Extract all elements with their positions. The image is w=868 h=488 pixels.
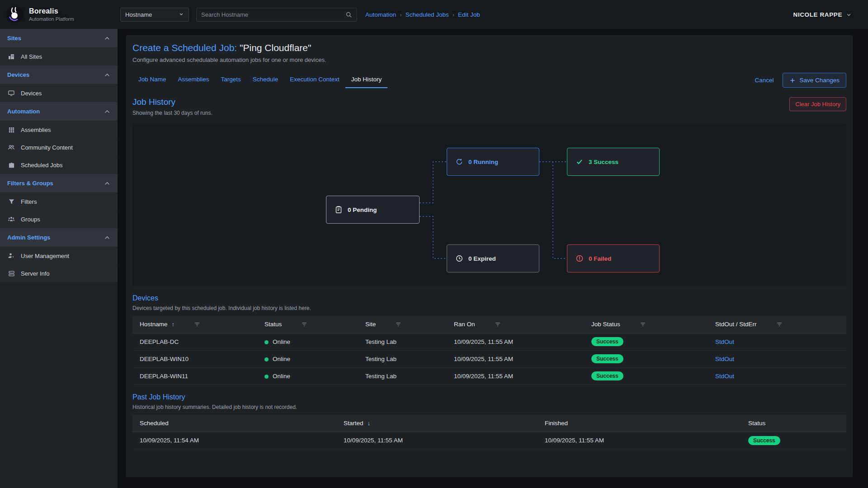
sidebar-item-filters[interactable]: Filters [0,193,118,211]
devices-table-header-row: Hostname ↑ Status Site [132,316,846,333]
chevron-up-icon [104,235,110,241]
column-header-job-status[interactable]: Job Status [584,316,708,333]
page-title-job-name: "Ping Cloudflare" [240,42,311,53]
column-header-ran-on[interactable]: Ran On [447,316,584,333]
monitor-icon [7,89,15,97]
sidebar-item-all-sites[interactable]: All Sites [0,48,118,66]
flow-node-pending[interactable]: 0 Pending [326,196,420,224]
sidebar-item-user-management[interactable]: User Management [0,247,118,265]
sidebar-section-admin-settings[interactable]: Admin Settings [0,228,118,247]
job-history-header: Job History Showing the last 30 days of … [132,97,846,116]
nav-item-label: Server Info [21,270,50,277]
section-label: Devices [7,71,29,78]
sort-asc-icon: ↑ [172,321,175,328]
search-input[interactable] [201,11,345,18]
caret-down-icon [179,11,184,18]
sidebar-section-filters-groups[interactable]: Filters & Groups [0,174,118,193]
column-header-finished[interactable]: Finished [538,415,741,432]
breadcrumb-automation[interactable]: Automation [365,11,396,18]
breadcrumb: Automation › Scheduled Jobs › Edit Job [365,11,480,18]
sidebar-section-automation[interactable]: Automation [0,102,118,121]
cell-status: Online [257,333,358,350]
breadcrumb-scheduled-jobs[interactable]: Scheduled Jobs [406,11,449,18]
column-header-hostname[interactable]: Hostname ↑ [132,316,257,333]
sidebar-item-devices[interactable]: Devices [0,84,118,102]
chevron-up-icon [104,35,110,42]
section-label: Automation [7,108,40,115]
column-header-status[interactable]: Status [257,316,358,333]
device-row: DEEPLAB-WIN10 Online Testing Lab 10/09/2… [132,350,846,367]
filter-icon[interactable] [194,321,200,328]
cell-hostname: DEEPLAB-WIN11 [132,367,257,385]
plus-icon [789,77,796,84]
brand: Borealis Automation Platform [0,5,118,24]
stdout-link[interactable]: StdOut [715,338,734,345]
sidebar-item-scheduled-jobs[interactable]: Scheduled Jobs [0,156,118,174]
cell-site: Testing Lab [358,367,447,385]
tab-bar: Job Name Assemblies Targets Schedule Exe… [132,72,846,88]
stdout-link[interactable]: StdOut [715,356,734,362]
filter-icon[interactable] [301,321,307,328]
cell-scheduled: 10/09/2025, 11:54 AM [132,432,336,449]
cell-status: Online [257,367,358,385]
column-header-stdout-stderr[interactable]: StdOut / StdErr [708,316,846,333]
sidebar-item-server-info[interactable]: Server Info [0,265,118,282]
column-header-started[interactable]: Started ↓ [336,415,538,432]
cell-started: 10/09/2025, 11:55 AM [336,432,538,449]
tab-schedule[interactable]: Schedule [247,72,284,88]
tab-actions: Cancel Save Changes [755,73,846,88]
chevron-up-icon [104,108,110,115]
online-dot [264,375,269,379]
column-header-scheduled[interactable]: Scheduled [132,415,336,432]
flow-node-success[interactable]: 3 Success [567,148,660,176]
tab-targets[interactable]: Targets [215,72,247,88]
search-box [196,8,357,22]
filter-icon[interactable] [495,321,501,328]
filter-icon[interactable] [395,321,401,328]
tab-assemblies[interactable]: Assemblies [172,72,215,88]
past-history-header-row: Scheduled Started ↓ Finished Status [132,415,846,432]
cancel-button[interactable]: Cancel [755,77,774,84]
nav-item-label: Community Content [21,144,73,151]
sidebar-item-groups[interactable]: Groups [0,211,118,228]
page-title-prefix: Create a Scheduled Job: [132,42,237,53]
devices-heading: Devices [132,294,846,302]
column-label: Started [344,420,363,427]
cell-stdout: StdOut [708,333,846,350]
cell-hostname: DEEPLAB-WIN10 [132,350,257,367]
tab-job-name[interactable]: Job Name [132,72,172,88]
chevron-up-icon [104,180,110,187]
column-header-site[interactable]: Site [358,316,447,333]
column-label: Ran On [454,321,475,328]
search-icon [345,11,352,18]
stdout-link[interactable]: StdOut [715,373,734,380]
funnel-icon [7,198,15,205]
sidebar-item-community-content[interactable]: Community Content [0,139,118,156]
column-header-status[interactable]: Status [741,415,846,432]
cell-site: Testing Lab [358,333,447,350]
filter-icon[interactable] [776,321,783,328]
device-row: DEEPLAB-WIN11 Online Testing Lab 10/09/2… [132,367,846,385]
flow-node-running[interactable]: 0 Running [447,148,539,176]
breadcrumb-edit-job[interactable]: Edit Job [458,11,480,18]
save-changes-button[interactable]: Save Changes [783,73,846,88]
online-dot [264,340,269,344]
devices-table: Hostname ↑ Status Site [132,316,846,385]
page-title: Create a Scheduled Job: "Ping Cloudflare… [132,42,846,53]
user-menu[interactable]: NICOLE RAPPE [793,11,852,18]
flow-node-label: 0 Pending [348,206,377,213]
sidebar-section-sites[interactable]: Sites [0,29,118,48]
brand-text: Borealis Automation Platform [29,7,74,22]
sidebar-section-devices[interactable]: Devices [0,66,118,84]
hostname-select[interactable]: Hostname [120,8,189,22]
check-icon [576,158,584,166]
cell-ran-on: 10/09/2025, 11:55 AM [447,350,584,367]
flow-node-failed[interactable]: 0 Failed [567,244,660,272]
flow-node-expired[interactable]: 0 Expired [447,244,539,272]
tab-job-history[interactable]: Job History [345,72,388,88]
sidebar-item-assemblies[interactable]: Assemblies [0,121,118,139]
clear-job-history-button[interactable]: Clear Job History [789,97,846,111]
filter-icon[interactable] [640,321,646,328]
column-label: Site [365,321,376,328]
tab-execution-context[interactable]: Execution Context [284,72,345,88]
